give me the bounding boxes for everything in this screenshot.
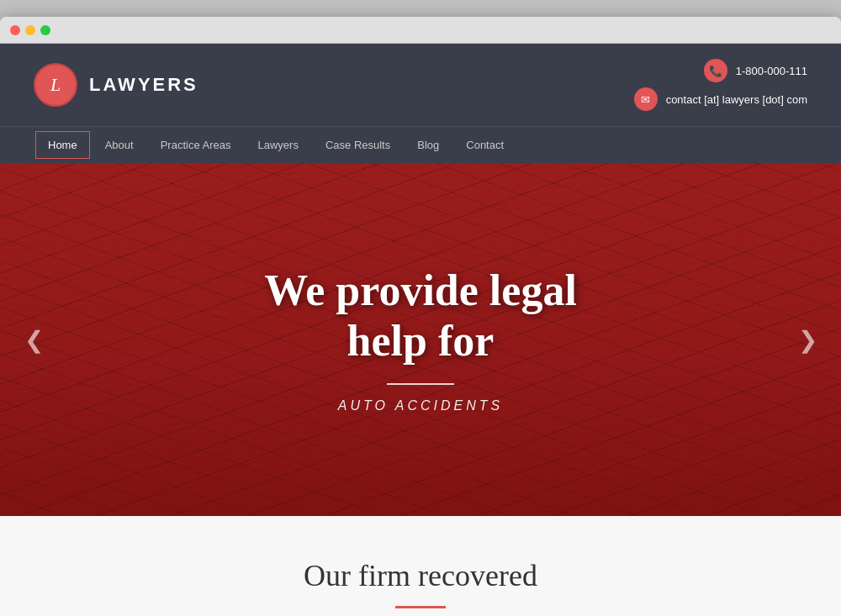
hero-content: We provide legal help for AUTO ACCIDENTS bbox=[264, 266, 577, 413]
email-address: contact [at] lawyers [dot] com bbox=[666, 93, 807, 106]
below-hero-accent bbox=[395, 606, 446, 608]
nav-item-practice-areas[interactable]: Practice Areas bbox=[147, 127, 245, 163]
hero-section: ❮ We provide legal help for AUTO ACCIDEN… bbox=[0, 163, 841, 516]
minimize-dot[interactable] bbox=[25, 25, 35, 35]
email-contact: ✉ contact [at] lawyers [dot] com bbox=[634, 87, 807, 111]
nav-item-case-results[interactable]: Case Results bbox=[312, 127, 404, 163]
nav-item-lawyers[interactable]: Lawyers bbox=[245, 127, 312, 163]
hero-divider bbox=[387, 383, 454, 385]
nav-item-about[interactable]: About bbox=[92, 127, 147, 163]
browser-window: L LAWYERS 📞 1-800-000-111 ✉ contact [at]… bbox=[0, 17, 841, 616]
browser-chrome bbox=[0, 17, 841, 44]
logo-icon: L bbox=[34, 63, 77, 107]
maximize-dot[interactable] bbox=[40, 25, 50, 35]
hero-prev-arrow[interactable]: ❮ bbox=[17, 314, 50, 365]
hero-subtitle: AUTO ACCIDENTS bbox=[264, 398, 577, 413]
phone-number: 1-800-000-111 bbox=[736, 65, 807, 77]
hero-next-arrow[interactable]: ❯ bbox=[791, 314, 824, 365]
phone-icon: 📞 bbox=[704, 59, 727, 82]
contact-info: 📞 1-800-000-111 ✉ contact [at] lawyers [… bbox=[634, 59, 807, 111]
logo-text: LAWYERS bbox=[89, 74, 198, 96]
nav-item-blog[interactable]: Blog bbox=[404, 127, 452, 163]
nav-item-home[interactable]: Home bbox=[35, 131, 90, 159]
email-icon: ✉ bbox=[634, 87, 658, 111]
below-hero-title: Our firm recovered bbox=[34, 558, 807, 593]
nav-item-contact[interactable]: Contact bbox=[452, 127, 517, 163]
close-dot[interactable] bbox=[10, 25, 20, 35]
below-hero-section: Our firm recovered bbox=[0, 516, 841, 616]
site-header: L LAWYERS 📞 1-800-000-111 ✉ contact [at]… bbox=[0, 44, 841, 126]
phone-contact: 📞 1-800-000-111 bbox=[704, 59, 807, 82]
hero-headline: We provide legal help for bbox=[264, 266, 577, 366]
logo-area: L LAWYERS bbox=[34, 63, 198, 107]
site-nav: Home About Practice Areas Lawyers Case R… bbox=[0, 126, 841, 163]
